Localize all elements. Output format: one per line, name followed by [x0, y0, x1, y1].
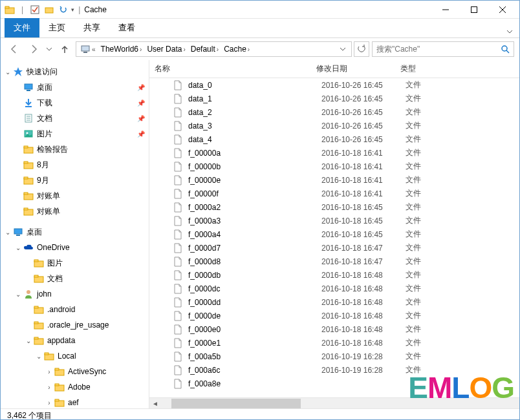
search-input[interactable] [376, 45, 501, 54]
file-name: f_0000a4 [188, 230, 321, 239]
breadcrumb[interactable]: « TheWorld6› User Data› Default› Cache› [76, 41, 352, 57]
tree-label: 检验报告 [37, 144, 68, 155]
nav-local-child[interactable]: ›ActiveSync [1, 364, 149, 379]
crumb-4[interactable]: Cache› [221, 42, 252, 56]
nav-onedrive-item[interactable]: 图片 [1, 255, 149, 271]
tree-twisty-icon[interactable]: ⌄ [3, 68, 12, 76]
nav-onedrive-item[interactable]: 文档 [1, 271, 149, 286]
up-button[interactable] [56, 41, 73, 57]
file-icon [173, 202, 183, 213]
nav-user-item[interactable]: .android [1, 302, 149, 317]
file-row[interactable]: f_0000e02016-10-18 16:48文件 [149, 322, 519, 336]
tree-icon [23, 97, 34, 109]
nav-quick-item[interactable]: 文档📌 [1, 110, 149, 126]
crumb-1[interactable]: TheWorld6› [98, 42, 145, 56]
file-row[interactable]: f_0000d82016-10-18 16:47文件 [149, 255, 519, 268]
file-row[interactable]: f_0000a22016-10-18 16:45文件 [149, 200, 519, 214]
file-row[interactable]: f_00000f2016-10-18 16:41文件 [149, 187, 519, 200]
tree-twisty-icon[interactable]: ⌄ [34, 353, 43, 360]
ribbon-expand-icon[interactable] [500, 26, 519, 37]
file-row[interactable]: data_42016-10-26 16:45文件 [149, 132, 519, 146]
file-row[interactable]: f_00000e2016-10-18 16:41文件 [149, 173, 519, 187]
file-icon [173, 148, 183, 158]
tab-share[interactable]: 共享 [74, 18, 109, 37]
nav-desktop[interactable]: ⌄桌面 [1, 224, 149, 240]
tree-icon [54, 366, 65, 377]
nav-user-item[interactable]: .oracle_jre_usage [1, 317, 149, 333]
tab-home[interactable]: 主页 [39, 18, 74, 37]
history-dropdown-icon[interactable] [45, 41, 54, 57]
pc-icon[interactable]: « [78, 42, 98, 56]
minimize-button[interactable] [431, 1, 460, 19]
file-name: data_4 [188, 135, 321, 144]
back-button[interactable] [6, 41, 23, 57]
tree-twisty-icon[interactable]: ⌄ [3, 229, 12, 236]
nav-quick-item[interactable]: 对账单 [1, 204, 149, 219]
maximize-button[interactable] [460, 1, 488, 19]
tree-twisty-icon[interactable]: ⌄ [24, 337, 33, 344]
nav-quick-item[interactable]: 下载📌 [1, 95, 149, 110]
tree-twisty-icon[interactable]: › [45, 399, 54, 406]
nav-quick-item[interactable]: 桌面📌 [1, 79, 149, 95]
tab-view[interactable]: 查看 [109, 18, 144, 37]
address-dropdown-icon[interactable] [336, 46, 350, 52]
file-row[interactable]: data_32016-10-26 16:45文件 [149, 119, 519, 132]
nav-quick-item[interactable]: 9月 [1, 173, 149, 188]
file-row[interactable]: f_000a5b2016-10-19 16:28文件 [149, 350, 519, 363]
undo-icon[interactable] [57, 3, 70, 16]
crumb-3[interactable]: Default› [188, 42, 221, 56]
crumb-2[interactable]: User Data› [144, 42, 188, 56]
tab-file[interactable]: 文件 [5, 18, 39, 37]
nav-local-child[interactable]: ›aef [1, 395, 149, 408]
nav-quick-item[interactable]: 对账单 [1, 188, 149, 204]
file-row[interactable]: f_0000e12016-10-18 16:48文件 [149, 336, 519, 350]
tree-icon [23, 128, 34, 140]
file-row[interactable]: f_0000a42016-10-18 16:45文件 [149, 227, 519, 241]
folder-small-icon[interactable] [43, 3, 56, 16]
file-name: f_0000dc [188, 284, 321, 293]
file-row[interactable]: f_0000de2016-10-18 16:48文件 [149, 309, 519, 322]
file-date: 2016-10-18 16:47 [321, 244, 406, 253]
tree-label: .oracle_jre_usage [47, 320, 109, 330]
qat-checkbox-icon[interactable] [28, 3, 41, 16]
file-row[interactable]: f_0000a32016-10-18 16:45文件 [149, 214, 519, 227]
nav-local[interactable]: ⌄Local [1, 348, 149, 364]
nav-user[interactable]: ⌄john [1, 286, 149, 302]
close-button[interactable] [488, 1, 517, 19]
horizontal-scrollbar[interactable]: ◄ [149, 397, 519, 408]
nav-quick-item[interactable]: 检验报告 [1, 142, 149, 157]
svg-rect-9 [83, 52, 87, 53]
nav-appdata[interactable]: ⌄appdata [1, 333, 149, 348]
nav-quick-item[interactable]: 8月 [1, 157, 149, 173]
file-row[interactable]: f_000a6c2016-10-19 16:28文件 [149, 363, 519, 377]
forward-button[interactable] [25, 41, 42, 57]
file-row[interactable]: f_0000dd2016-10-18 16:48文件 [149, 295, 519, 309]
nav-quick-item[interactable]: 图片📌 [1, 126, 149, 142]
file-row[interactable]: f_00000b2016-10-18 16:41文件 [149, 160, 519, 173]
nav-local-child[interactable]: ›Adobe [1, 379, 149, 395]
file-row[interactable]: f_0000d72016-10-18 16:47文件 [149, 241, 519, 255]
search-box[interactable] [372, 41, 514, 57]
tree-twisty-icon[interactable]: ⌄ [14, 244, 23, 251]
file-row[interactable]: data_12016-10-26 16:45文件 [149, 92, 519, 105]
file-row[interactable]: data_22016-10-26 16:45文件 [149, 105, 519, 119]
col-date[interactable]: 修改日期 [316, 63, 400, 74]
file-row[interactable]: f_0000dc2016-10-18 16:48文件 [149, 282, 519, 295]
file-date: 2016-10-18 16:45 [321, 203, 406, 212]
tree-twisty-icon[interactable]: › [45, 384, 54, 391]
qat-dropdown-icon[interactable]: ▾ [71, 6, 74, 13]
tree-icon [54, 381, 65, 393]
nav-onedrive[interactable]: ⌄OneDrive [1, 240, 149, 255]
nav-quick-access[interactable]: ⌄快速访问 [1, 64, 149, 79]
refresh-button[interactable] [354, 41, 369, 57]
tree-twisty-icon[interactable]: › [45, 368, 54, 375]
tree-twisty-icon[interactable]: ⌄ [14, 291, 23, 298]
file-date: 2016-10-18 16:41 [321, 162, 406, 171]
file-row[interactable]: f_00000a2016-10-18 16:41文件 [149, 146, 519, 160]
col-name[interactable]: 名称 [155, 63, 316, 74]
file-date: 2016-10-18 16:45 [321, 230, 406, 239]
file-row[interactable]: data_02016-10-26 16:45文件 [149, 78, 519, 92]
file-row[interactable]: f_0000db2016-10-18 16:48文件 [149, 268, 519, 282]
file-row[interactable]: f_000a8e [149, 377, 519, 390]
col-type[interactable]: 类型 [400, 63, 519, 74]
